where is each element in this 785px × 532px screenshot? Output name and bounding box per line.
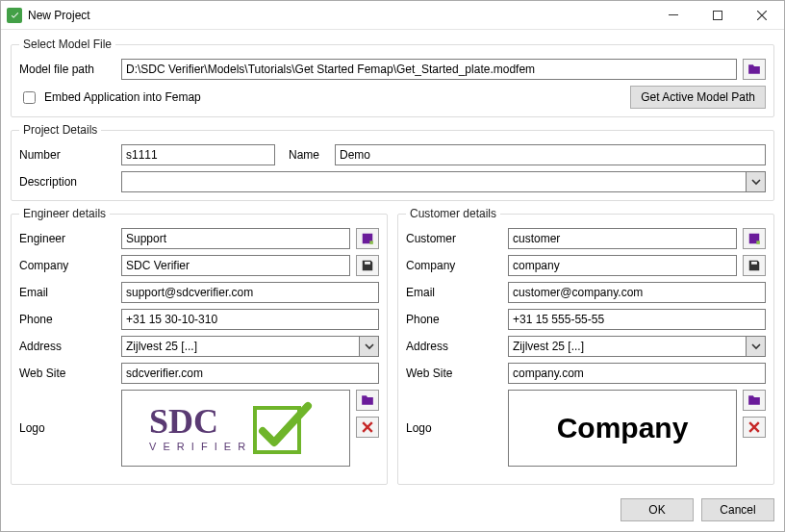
customer-logo-preview: Company [508,390,737,467]
customer-logo-clear-button[interactable] [743,417,766,438]
engineer-logo-browse-button[interactable] [356,390,379,411]
sdc-logo-subtext: V E R I F I E R [149,441,247,452]
maximize-button[interactable] [696,1,740,30]
customer-email-input[interactable] [508,282,766,303]
close-button[interactable] [740,1,784,30]
browse-model-button[interactable] [743,59,766,80]
customer-logo-label: Logo [406,421,502,435]
engineer-address-label: Address [19,340,115,353]
customer-address-value: Zijlvest 25 [...] [513,340,744,353]
customer-address-dropdown-button[interactable] [746,337,765,356]
engineer-legend: Engineer details [19,207,110,220]
customer-phone-input[interactable] [508,309,766,330]
embed-checkbox[interactable] [23,91,36,104]
titlebar: New Project [1,1,784,30]
model-path-label: Model file path [19,63,115,76]
svg-rect-0 [669,14,678,15]
engineer-address-value: Zijlvest 25 [...] [126,340,357,353]
engineer-label: Engineer [19,232,115,245]
customer-phone-label: Phone [406,313,502,326]
project-legend: Project Details [19,123,101,137]
customer-address-label: Address [406,340,502,353]
engineer-website-input[interactable] [121,363,379,384]
number-input[interactable] [121,144,275,165]
engineer-address-dropdown-button[interactable] [359,337,378,356]
svg-rect-1 [714,11,722,19]
engineer-company-label: Company [19,259,115,272]
engineer-logo-clear-button[interactable] [356,417,379,438]
embed-label: Embed Application into Femap [44,90,201,104]
get-active-path-button[interactable]: Get Active Model Path [630,86,766,109]
customer-website-input[interactable] [508,363,766,384]
customer-company-label: Company [406,259,502,272]
name-label: Name [281,148,329,162]
engineer-logo-preview: SDC V E R I F I E R [121,390,350,467]
ok-button[interactable]: OK [620,498,694,521]
customer-group: Customer details Customer Company [397,207,774,485]
customer-address-combo[interactable]: Zijlvest 25 [...] [508,336,766,357]
customer-email-label: Email [406,286,502,299]
footer: OK Cancel [1,491,784,531]
select-model-legend: Select Model File [19,38,115,51]
engineer-website-label: Web Site [19,367,115,380]
engineer-group: Engineer details Engineer Company [11,207,388,485]
customer-company-input[interactable] [508,255,737,276]
project-group: Project Details Number Name Description [11,123,774,201]
engineer-phone-label: Phone [19,313,115,326]
select-model-group: Select Model File Model file path Embed … [11,38,774,117]
description-dropdown-button[interactable] [746,172,765,191]
customer-website-label: Web Site [406,367,502,380]
engineer-company-input[interactable] [121,255,350,276]
customer-pick-button[interactable] [743,228,766,249]
customer-save-button[interactable] [743,255,766,276]
engineer-save-button[interactable] [356,255,379,276]
engineer-email-label: Email [19,286,115,299]
window-title: New Project [28,9,90,22]
embed-checkbox-row[interactable]: Embed Application into Femap [19,89,201,107]
minimize-button[interactable] [651,1,696,30]
customer-label: Customer [406,232,502,245]
app-icon [7,8,22,23]
model-path-input[interactable] [121,59,737,80]
engineer-email-input[interactable] [121,282,379,303]
customer-input[interactable] [508,228,737,249]
customer-logo-browse-button[interactable] [743,390,766,411]
company-logo-text: Company [557,412,689,444]
number-label: Number [19,148,115,162]
customer-legend: Customer details [406,207,500,220]
description-label: Description [19,175,115,189]
description-combo[interactable] [121,171,766,192]
window: New Project Select Model File Model file… [0,0,785,532]
cancel-button[interactable]: Cancel [701,498,774,521]
engineer-address-combo[interactable]: Zijlvest 25 [...] [121,336,379,357]
engineer-phone-input[interactable] [121,309,379,330]
engineer-pick-button[interactable] [356,228,379,249]
sdc-logo-text: SDC [149,402,218,441]
engineer-input[interactable] [121,228,350,249]
engineer-logo-label: Logo [19,421,115,435]
name-input[interactable] [335,144,766,165]
